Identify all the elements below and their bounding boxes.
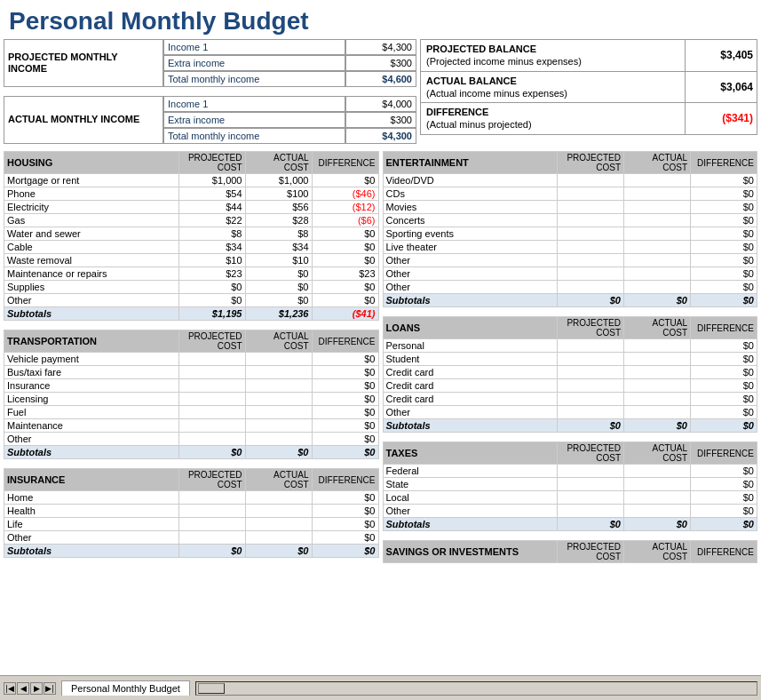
row-diff: $0 xyxy=(312,281,378,294)
row-diff: $0 xyxy=(312,505,378,518)
row-diff: $0 xyxy=(691,187,757,201)
act-income-1-name: Income 1 xyxy=(163,96,345,112)
table-row: Electricity$44$56($12) xyxy=(4,201,379,214)
actual-balance-val: $3,064 xyxy=(686,72,757,103)
row-proj: $44 xyxy=(178,201,245,214)
taxes-title: TAXES xyxy=(383,442,558,465)
subtotal-actual: $0 xyxy=(245,545,312,558)
table-row: Bus/taxi fare$0 xyxy=(4,366,379,379)
row-actual xyxy=(624,227,691,241)
row-name: State xyxy=(383,478,558,491)
balance-section: PROJECTED BALANCE (Projected income minu… xyxy=(420,39,757,147)
row-proj xyxy=(558,478,624,491)
scrollbar-thumb[interactable] xyxy=(198,683,225,694)
row-actual xyxy=(624,366,691,379)
row-name: Licensing xyxy=(4,393,179,406)
subtotal-actual: $1,236 xyxy=(245,307,312,321)
housing-title: HOUSING xyxy=(4,152,179,174)
row-name: Credit card xyxy=(383,366,558,379)
row-actual xyxy=(245,406,312,419)
ins-col-actual: Actual Cost xyxy=(245,469,312,491)
subtotal-proj: $1,195 xyxy=(178,307,245,321)
row-name: Credit card xyxy=(383,379,558,393)
row-diff: $0 xyxy=(691,267,757,281)
row-proj xyxy=(558,491,624,505)
row-diff: $0 xyxy=(691,201,757,214)
subtotal-label: Subtotals xyxy=(383,294,558,307)
loans-col-actual: Actual Cost xyxy=(624,317,691,339)
projected-balance-title: PROJECTED BALANCE xyxy=(426,43,679,55)
table-row: Movies$0 xyxy=(383,201,757,214)
act-total-name: Total monthly income xyxy=(163,128,345,144)
row-name: Maintenance or repairs xyxy=(4,267,179,281)
row-proj xyxy=(558,366,624,379)
tab-last-button[interactable]: ▶| xyxy=(44,682,56,695)
row-actual: $0 xyxy=(245,294,312,307)
subtotal-proj: $0 xyxy=(558,294,624,307)
row-proj: $22 xyxy=(178,214,245,227)
savings-table: SAVINGS OR INVESTMENTS Projected Cost Ac… xyxy=(383,540,758,563)
row-actual xyxy=(624,267,691,281)
row-proj xyxy=(558,227,624,241)
housing-header: HOUSING Projected Cost Actual Cost Diffe… xyxy=(4,152,379,174)
row-name: Live theater xyxy=(383,241,558,254)
tab-first-button[interactable]: |◀ xyxy=(4,682,16,695)
proj-extra-row: Extra income $300 xyxy=(163,55,416,71)
row-diff: $0 xyxy=(691,393,757,406)
row-actual xyxy=(624,393,691,406)
housing-col-actual: Actual Cost xyxy=(245,152,312,174)
row-proj: $54 xyxy=(178,187,245,201)
row-actual xyxy=(245,353,312,366)
table-row: Maintenance or repairs$23$0$23 xyxy=(4,267,379,281)
tab-next-button[interactable]: ▶ xyxy=(30,682,43,695)
table-row: Maintenance$0 xyxy=(4,419,379,433)
row-actual xyxy=(624,505,691,518)
housing-subtotal: Subtotals $1,195 $1,236 ($41) xyxy=(4,307,379,321)
page-title: Personal Monthly Budget xyxy=(0,0,761,39)
subtotal-diff: $0 xyxy=(312,446,378,459)
taxes-subtotal: Subtotals $0 $0 $0 xyxy=(383,518,757,531)
row-name: Video/DVD xyxy=(383,174,558,187)
row-actual: $34 xyxy=(245,241,312,254)
row-diff: $0 xyxy=(691,406,757,419)
row-proj xyxy=(178,419,245,433)
row-diff: $0 xyxy=(312,491,378,505)
subtotal-diff: $0 xyxy=(691,294,757,307)
sheet-tab-budget[interactable]: Personal Monthly Budget xyxy=(61,680,190,696)
row-actual: $28 xyxy=(245,214,312,227)
row-proj: $23 xyxy=(178,267,245,281)
subtotal-actual: $0 xyxy=(624,419,691,433)
row-proj xyxy=(178,353,245,366)
row-proj xyxy=(558,241,624,254)
proj-income-1-name: Income 1 xyxy=(163,39,345,55)
entertainment-subtotal: Subtotals $0 $0 $0 xyxy=(383,294,757,307)
row-name: Credit card xyxy=(383,393,558,406)
subtotal-diff: $0 xyxy=(691,419,757,433)
loans-col-proj: Projected Cost xyxy=(558,317,624,339)
row-name: Local xyxy=(383,491,558,505)
projected-balance-val: $3,405 xyxy=(686,40,757,71)
row-actual xyxy=(624,379,691,393)
difference-balance-label: DIFFERENCE (Actual minus projected) xyxy=(421,103,686,134)
subtotal-label: Subtotals xyxy=(4,307,179,321)
table-row: Other$0 xyxy=(4,433,379,446)
table-row: Other$0 xyxy=(383,406,757,419)
trans-col-actual: Actual Cost xyxy=(245,330,312,353)
row-name: Other xyxy=(4,531,179,545)
difference-val: ($341) xyxy=(686,103,757,134)
row-name: Insurance xyxy=(4,379,179,393)
horizontal-scrollbar[interactable] xyxy=(195,681,757,696)
row-proj xyxy=(558,393,624,406)
row-name: Maintenance xyxy=(4,419,179,433)
row-name: Student xyxy=(383,353,558,366)
subtotal-proj: $0 xyxy=(558,518,624,531)
entertainment-section: ENTERTAINMENT Projected Cost Actual Cost… xyxy=(383,151,758,307)
taxes-table: TAXES Projected Cost Actual Cost Differe… xyxy=(383,441,758,531)
projected-income-section: PROJECTED MONTHLY INCOME Income 1 $4,300… xyxy=(4,39,416,87)
row-diff: $0 xyxy=(691,505,757,518)
row-actual xyxy=(624,281,691,294)
row-diff: $0 xyxy=(312,406,378,419)
row-name: Home xyxy=(4,491,179,505)
row-name: Water and sewer xyxy=(4,227,179,241)
tab-prev-button[interactable]: ◀ xyxy=(17,682,29,695)
